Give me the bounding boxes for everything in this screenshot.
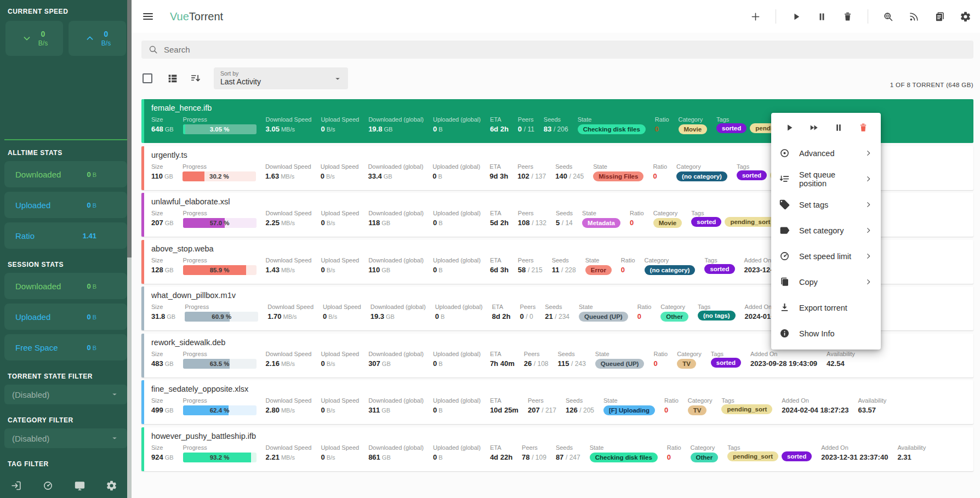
column-label: Peers <box>518 116 534 123</box>
toolbar-divider <box>776 9 776 24</box>
context-pause-button[interactable] <box>833 122 844 133</box>
tag-badge: sorted <box>782 451 812 461</box>
upload-speed-cell: Upload Speed 0B/s <box>321 116 359 133</box>
session-uploaded-card: Uploaded 0B <box>4 304 127 330</box>
ratio-cell: Ratio 0 <box>667 444 681 461</box>
sidebar-scrollbar[interactable] <box>127 0 132 498</box>
state-badge: Queued (UP) <box>579 312 628 322</box>
torrent-row[interactable]: fine_sedately_opposite.xlsx Size 499GB P… <box>141 380 973 424</box>
search-bar[interactable] <box>141 41 973 59</box>
exit-app-button[interactable] <box>10 480 22 491</box>
tag-badge: pending_sort <box>727 451 778 461</box>
state-badge: Checking disk files <box>578 124 646 134</box>
column-label: Ratio <box>655 116 669 123</box>
pause-all-button[interactable] <box>816 11 828 22</box>
uploaded-global-cell: Uploaded (global) 0B <box>433 397 481 414</box>
menu-icon[interactable] <box>141 10 155 23</box>
column-label: Size <box>151 210 174 216</box>
menu-item-set-queue-position[interactable]: Set queue position <box>771 166 881 192</box>
progress-cell: Progress 3.05 % <box>183 116 257 134</box>
state-cell: State Queued (UP) <box>579 304 628 322</box>
select-all-checkbox[interactable] <box>143 73 152 83</box>
upload-speed-value: 0 <box>101 30 111 38</box>
column-label: Tags <box>711 351 741 357</box>
context-force-resume-button[interactable] <box>808 122 819 133</box>
column-label: Seeds <box>544 116 568 123</box>
column-label: State <box>582 210 620 216</box>
uploaded-global-cell: Uploaded (global) 0B <box>433 116 481 133</box>
upload-speed-unit: B/s <box>101 39 111 47</box>
ratio-cell: Ratio 0 <box>653 163 667 180</box>
menu-item-export-torrent[interactable]: Export torrent <box>771 295 881 320</box>
caret-down-icon <box>110 390 119 399</box>
download-speed-cell: Download Speed 2.80MB/s <box>266 397 312 414</box>
category-filter-select[interactable]: (Disabled) <box>4 428 127 448</box>
menu-item-advanced[interactable]: Advanced <box>771 140 881 166</box>
download-speed-cell: Download Speed 2.25MB/s <box>266 210 312 227</box>
tag-badge: (no tags) <box>698 311 736 320</box>
column-label: Category <box>691 444 719 451</box>
alltime-stats-title: ALLTIME STATS <box>8 149 124 157</box>
menu-item-show-info[interactable]: Show Info <box>771 320 881 346</box>
settings-button[interactable] <box>960 11 971 22</box>
column-label: Upload Speed <box>321 210 359 216</box>
category-badge: Other <box>660 312 688 322</box>
resume-all-button[interactable] <box>790 11 802 22</box>
connection-status-button[interactable] <box>74 480 86 491</box>
column-label: Peers <box>518 257 543 264</box>
add-torrent-button[interactable] <box>750 11 761 22</box>
column-label: Tags <box>704 257 734 264</box>
torrent-row[interactable]: however_pushy_battleship.ifb Size 924GB … <box>141 427 973 471</box>
toolbar-divider <box>868 9 868 24</box>
menu-item-label: Set speed limit <box>799 252 851 261</box>
tags-cell: Tags sorted <box>704 257 734 274</box>
context-resume-button[interactable] <box>784 122 795 133</box>
menu-item-set-tags[interactable]: Set tags <box>771 192 881 217</box>
category-badge: Movie <box>679 124 708 134</box>
torrent-state-filter-select[interactable]: (Disabled) <box>4 385 127 404</box>
peers-cell: Peers 58 / 215 <box>518 257 543 274</box>
view-list-icon[interactable] <box>167 72 179 84</box>
log-button[interactable] <box>934 11 945 22</box>
column-label: ETA <box>490 444 512 451</box>
progress-cell: Progress 63.5 % <box>183 351 257 369</box>
uploaded-global-cell: Uploaded (global) 0B <box>433 351 481 368</box>
delete-button[interactable] <box>842 11 853 22</box>
tag-icon <box>779 199 790 210</box>
state-badge: Checking disk files <box>590 453 658 462</box>
menu-item-set-category[interactable]: Set category <box>771 217 881 243</box>
context-delete-button[interactable] <box>858 122 869 133</box>
column-label: Upload Speed <box>321 257 359 264</box>
alltime-uploaded-card: Uploaded 0B <box>4 192 127 218</box>
sort-direction-icon[interactable] <box>190 72 202 84</box>
speed-limit-toggle-button[interactable] <box>42 480 54 491</box>
seeds-cell: Seeds 115 / 243 <box>558 351 586 368</box>
column-label: Added On <box>782 397 848 404</box>
size-cell: Size 110GB <box>151 163 173 180</box>
state-badge: Metadata <box>582 218 620 228</box>
eta-cell: ETA 7h 40m <box>490 351 515 368</box>
column-label: Ratio <box>637 304 652 310</box>
search-input[interactable] <box>164 45 901 54</box>
progress-cell: Progress 30.2 % <box>183 163 256 181</box>
context-menu: Advanced Set queue position Set tags Set… <box>771 113 881 350</box>
column-label: Ratio <box>664 397 679 404</box>
rss-button[interactable] <box>908 11 920 22</box>
category-badge: Movie <box>653 218 682 228</box>
ratio-cell: Ratio 0 <box>653 351 668 368</box>
menu-item-set-speed-limit[interactable]: Set speed limit <box>771 243 881 269</box>
settings-button[interactable] <box>106 480 117 491</box>
torrent-state-filter-title: TORRENT STATE FILTER <box>8 373 124 380</box>
search-engine-button[interactable] <box>882 11 894 22</box>
column-label: Uploaded (global) <box>432 163 480 170</box>
uploaded-global-cell: Uploaded (global) 0B <box>435 304 483 320</box>
column-label: Seeds <box>556 210 573 216</box>
menu-item-copy[interactable]: Copy <box>771 269 881 295</box>
chevron-up-icon <box>84 32 96 44</box>
category-cell: Category (no category) <box>676 163 727 181</box>
column-label: Tags <box>727 444 812 451</box>
sort-by-select[interactable]: Sort by Last Activity <box>214 67 348 89</box>
upload-speed-cell: Upload Speed 0B/s <box>321 444 359 461</box>
search-engine-icon <box>882 11 894 22</box>
tags-cell: Tags pending_sortsorted <box>727 444 812 461</box>
